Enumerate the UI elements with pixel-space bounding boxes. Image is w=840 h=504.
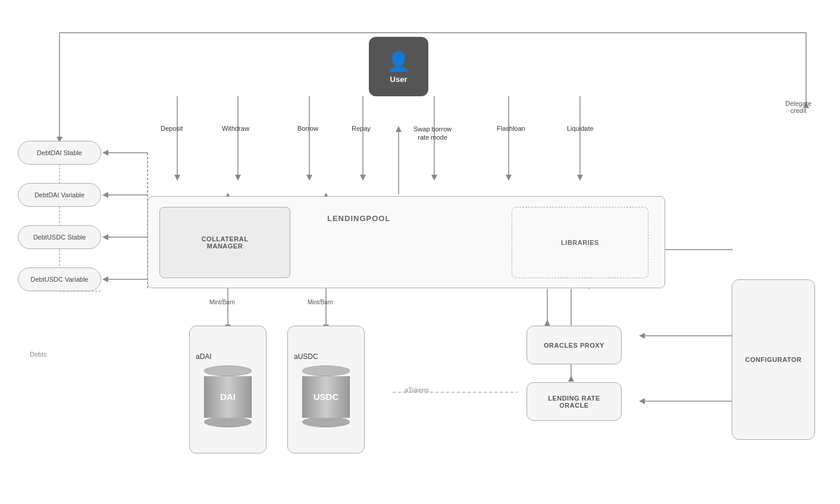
cyl-top-usdc <box>302 366 350 376</box>
mint-burn-2: Mint/Burn <box>308 299 333 305</box>
configurator-box: CONFIGURATOR <box>732 279 815 440</box>
cyl-bottom-dai <box>204 417 252 427</box>
usdc-token-label: USDC <box>314 392 339 402</box>
deposit-label: Deposit <box>161 125 183 132</box>
debt-usdc-stable-label: DebtUSDC Stable <box>33 234 86 241</box>
svg-marker-17 <box>506 175 512 181</box>
dai-token-label: DAI <box>220 392 236 402</box>
cyl-top-dai <box>204 366 252 376</box>
cyl-bottom-usdc <box>302 417 350 427</box>
debts-label: Debts <box>30 351 47 358</box>
debt-usdc-variable-label: DebtUSDC Variable <box>30 276 88 283</box>
atokens-label: aTokens <box>405 386 429 393</box>
svg-marker-25 <box>102 192 108 198</box>
dai-cylinder: DAI <box>204 366 252 427</box>
svg-marker-49 <box>639 333 645 339</box>
swap-borrow-label: Swap borrowrate mode <box>413 125 452 142</box>
user-box: 👤 User <box>369 37 428 96</box>
mint-burn-1: Mint/Burn <box>209 299 235 305</box>
lending-rate-oracle-box: LENDING RATEORACLE <box>526 382 622 421</box>
ausdc-box: aUSDC USDC <box>287 326 365 453</box>
collateral-manager-box: COLLATERALMANAGER <box>159 207 290 278</box>
ausdc-label: aUSDC <box>294 352 318 361</box>
svg-marker-13 <box>360 175 366 181</box>
svg-marker-53 <box>568 376 574 382</box>
withdraw-label: Withdraw <box>222 125 249 132</box>
adai-label: aDAI <box>196 352 212 361</box>
diagram-container: 👤 User Deposit Withdraw Borrow Repay Swa… <box>0 0 840 504</box>
oracles-proxy-box: ORACLES PROXY <box>526 326 622 364</box>
svg-marker-19 <box>577 175 583 181</box>
adai-box: aDAI DAI <box>189 326 267 453</box>
repay-label: Repay <box>352 125 371 132</box>
debt-dai-stable: DebtDAI Stable <box>18 141 101 165</box>
oracles-proxy-label: ORACLES PROXY <box>544 342 604 349</box>
libraries-box: LIBRARIES <box>512 207 648 278</box>
user-label: User <box>390 75 408 84</box>
configurator-label: CONFIGURATOR <box>745 356 802 363</box>
svg-marker-11 <box>306 175 312 181</box>
svg-marker-29 <box>102 276 108 282</box>
cyl-body-usdc: USDC <box>302 376 350 418</box>
liquidate-label: Liquidate <box>567 125 594 132</box>
libraries-label: LIBRARIES <box>561 239 599 246</box>
svg-marker-43 <box>544 320 550 326</box>
debt-dai-stable-label: DebtDAI Stable <box>37 149 82 156</box>
svg-marker-27 <box>102 234 108 240</box>
lendingpool-label: LENDINGPOOL <box>327 214 390 223</box>
flashloan-label: Flashloan <box>497 125 525 132</box>
svg-marker-51 <box>639 398 645 404</box>
collateral-manager-label: COLLATERALMANAGER <box>202 235 249 250</box>
svg-marker-9 <box>235 175 241 181</box>
debt-usdc-stable: DebtUSDC Stable <box>18 225 101 249</box>
svg-marker-23 <box>102 150 108 156</box>
debt-dai-variable: DebtDAI Variable <box>18 183 101 207</box>
lending-rate-oracle-label: LENDING RATEORACLE <box>548 395 600 409</box>
usdc-cylinder: USDC <box>302 366 350 427</box>
borrow-label: Borrow <box>297 125 318 132</box>
debt-usdc-variable: DebtUSDC Variable <box>18 267 101 291</box>
svg-marker-15 <box>431 175 437 181</box>
delegate-credit-label: Delegatecredit <box>785 100 811 114</box>
svg-marker-7 <box>174 175 180 181</box>
svg-marker-21 <box>396 126 402 132</box>
cyl-body-dai: DAI <box>204 376 252 418</box>
debt-dai-variable-label: DebtDAI Variable <box>35 191 84 199</box>
user-icon: 👤 <box>387 50 410 73</box>
